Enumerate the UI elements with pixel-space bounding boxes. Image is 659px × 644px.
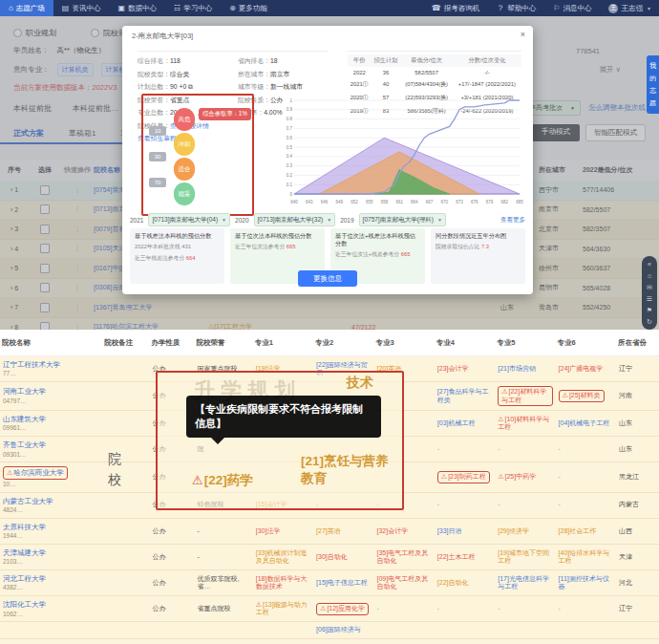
home-icon: ⌂ — [9, 5, 13, 12]
major-link[interactable]: [20]英语 — [376, 365, 401, 372]
major-link[interactable]: [33]日语 — [437, 527, 462, 534]
college-honor-cell: 省重点院校 — [194, 596, 252, 622]
college-major-row[interactable]: 太原科技大学1944…公办-[30]法学[27]英语[32]会计学[33]日语[… — [0, 518, 659, 544]
refresh-icon[interactable]: ↻ — [647, 318, 652, 325]
major-link[interactable]: [04]机械电子工程 — [559, 419, 610, 426]
nav-item-more[interactable]: ⊕更多功能 — [221, 0, 276, 16]
major-link[interactable]: [35]电气工程及其自动化 — [376, 549, 428, 564]
close-icon[interactable]: × — [521, 30, 525, 39]
major-link[interactable]: [22]土木工程 — [437, 553, 476, 560]
change-info-button[interactable]: 更换信息 — [298, 270, 357, 287]
nav-item-avatar[interactable]: 王王志强▾ — [600, 0, 659, 16]
province-cell — [616, 622, 659, 638]
major-cell: - — [313, 492, 373, 518]
info-value: 综合类 — [170, 71, 189, 77]
college-name-link[interactable]: 辽宁工程技术大学 — [3, 360, 60, 369]
college-name-link[interactable]: 河南工业大学 — [3, 387, 46, 396]
bottom-column-header: 院校荣誉 — [194, 330, 252, 356]
more-link[interactable]: 查看更多 — [500, 216, 525, 225]
major-link[interactable]: [23]会计学 — [437, 365, 469, 372]
info-row: 综合排名：118 — [138, 56, 228, 66]
major-link[interactable]: [15]电子信息工程 — [316, 579, 368, 586]
major-link[interactable]: [06]国际经济与 — [316, 626, 361, 633]
nav-item-users[interactable]: ▤资讯中心 — [53, 0, 110, 16]
nav-item-bell[interactable]: ⚐消息中心 — [544, 0, 600, 16]
major-link[interactable]: ⚠[22]材料科学与工程 — [498, 386, 552, 406]
warning-icon: ⚠ — [501, 388, 507, 395]
college-major-row[interactable]: 河北工程大学4382…公办优质双非院校,省…[18]数据科学与大数据技术[15]… — [0, 570, 659, 596]
major-link[interactable]: [29]经济学 — [498, 527, 529, 534]
major-link[interactable]: ⚠[12]应用化学 — [316, 603, 369, 614]
svg-text:0.2: 0.2 — [287, 173, 293, 178]
major-link[interactable]: [19]法学 — [256, 365, 281, 372]
year-college-select[interactable]: [0713]南京邮电大学(04)▼ — [148, 213, 230, 226]
major-link[interactable]: ⚠[23]制药工程 — [437, 471, 490, 483]
message-icon[interactable]: ✉ — [647, 284, 652, 290]
major-link[interactable]: [22]自动化 — [437, 579, 469, 586]
flag-icon[interactable]: ⚑ — [647, 307, 652, 313]
college-major-row[interactable]: 天津城建大学2103…公办-[33]机械设计制造及其自动化[30]自动化[35]… — [0, 544, 659, 569]
year-college-select[interactable]: [0713]南京邮电大学(32)▼ — [254, 213, 336, 226]
major-link[interactable]: [18]数据科学与大数据技术 — [256, 575, 308, 590]
nav-item-user[interactable]: ☷学习中心 — [165, 0, 221, 16]
college-major-row[interactable]: 辽宁工程技术大学77…公办国家重点院校[19]法学[22]国际经济与贸易[20]… — [0, 356, 659, 382]
college-major-row[interactable]: 沈阳化工大学1062…公办省重点院校⚠[13]能源与动力工程⚠[12]应用化学-… — [0, 596, 659, 622]
major-link[interactable]: [27]食品科学与工程类 — [437, 388, 489, 402]
navbar-left: ⌂志愿广场▤资讯中心▣数据中心☷学习中心⊕更多功能 — [0, 0, 276, 16]
major-link[interactable]: [32]会计学 — [376, 527, 408, 534]
college-honor-cell: 国家重点院校 — [194, 356, 252, 382]
major-link[interactable]: [22]国际经济与贸易 — [316, 361, 368, 376]
nav-item-home[interactable]: ⌂志愿广场 — [0, 0, 53, 16]
college-name-link[interactable]: 内蒙古工业大学 — [3, 497, 53, 505]
svg-text:0.6: 0.6 — [287, 136, 293, 140]
college-major-row[interactable]: 河南工业大学04797…公办[27]食品科学与工程类⚠[22]材料科学与工程⚠[… — [0, 382, 659, 411]
info-label: 城市等级： — [238, 83, 270, 90]
major-link[interactable]: ⚠[13]能源与动力工程 — [256, 601, 308, 615]
history-row: 2021ⓘ40(07)584/4304(换)+17/-1847 (2022/20… — [348, 77, 521, 91]
major-link[interactable]: [28]社会工作 — [559, 527, 597, 534]
major-link[interactable]: [30]自动化 — [316, 553, 348, 560]
college-name-link[interactable]: 河北工程大学 — [3, 574, 46, 583]
info-label: 省内排名： — [238, 57, 270, 64]
estimate-card-distribution: 同分数段情况近五年分布图 院校录取综合占比 7.3 — [431, 228, 525, 284]
college-major-row[interactable]: 山东建筑大学09961…公办[03]机械工程⚠[10]材料科学与工程[04]机械… — [0, 410, 659, 436]
college-name-link[interactable]: 太原科技大学 — [3, 523, 46, 531]
major-link[interactable]: [24]广播电视学 — [559, 365, 604, 372]
major-link[interactable]: ⚠[25]中药学 — [498, 473, 536, 480]
college-name-link[interactable]: 山东建筑大学 — [3, 415, 46, 423]
major-link[interactable]: [09]电气工程及其自动化 — [376, 575, 428, 590]
my-plan-side-tab[interactable]: 我的志愿 — [647, 55, 659, 114]
campus-icon[interactable]: ⌂ — [648, 272, 651, 279]
major-link[interactable]: [03]机械工程 — [437, 419, 476, 426]
college-name-link[interactable]: 天津城建大学 — [3, 548, 46, 557]
major-link[interactable]: [15]会计学 — [256, 501, 287, 507]
college-name-link[interactable]: 齐鲁工业大学 — [3, 440, 46, 449]
college-note-cell — [102, 596, 149, 622]
college-major-row[interactable]: 齐鲁工业大学09301…公办院---山东 — [0, 437, 659, 462]
province-cell: 辽宁 — [616, 596, 659, 622]
year-college-select[interactable]: [0757]南京邮电大学(理科)▼ — [359, 213, 446, 226]
major-link[interactable]: [21]市场营销 — [498, 365, 536, 372]
major-link[interactable]: [40]给排水科学与工程 — [559, 549, 610, 564]
menu-icon[interactable]: ☰ — [647, 295, 652, 302]
nav-item-question[interactable]: ？帮助中心 — [488, 0, 544, 16]
college-major-row[interactable]: 内蒙古工业大学4824…公办特色院校[15]会计学-----内蒙古 — [0, 492, 659, 518]
major-link[interactable]: ⚠[10]材料科学与工程 — [498, 416, 549, 430]
major-link[interactable]: ⚠[25]材料类 — [559, 390, 605, 401]
major-link[interactable]: [11]测控技术与仪器 — [559, 575, 609, 590]
college-major-row[interactable]: [06]国际经济与 — [0, 622, 659, 638]
bottom-column-header: 院校名称 — [0, 330, 102, 356]
college-major-row[interactable]: ⚠哈尔滨商业大学10…公办⚠[23]制药工程⚠[25]中药学-黑龙江 — [0, 462, 659, 492]
nav-item-headset[interactable]: ☎报考咨询机 — [423, 0, 488, 16]
college-name-cell: 沈阳化工大学1062… — [0, 596, 102, 622]
college-name-link[interactable]: 哈尔滨商业大学 — [13, 468, 64, 477]
major-link[interactable]: [27]英语 — [316, 527, 341, 534]
avatar: 王 — [608, 4, 618, 13]
college-name-link[interactable]: 沈阳化工大学 — [3, 600, 46, 609]
major-link[interactable]: [17]光电信息科学与工程 — [498, 575, 549, 590]
major-link[interactable]: [33]机械设计制造及其自动化 — [256, 549, 308, 564]
major-link[interactable]: [30]法学 — [256, 527, 281, 534]
nav-item-monitor[interactable]: ▣数据中心 — [109, 0, 165, 16]
collapse-icon[interactable]: « — [648, 261, 651, 268]
major-link[interactable]: [19]城市地下空间工程 — [498, 549, 549, 564]
